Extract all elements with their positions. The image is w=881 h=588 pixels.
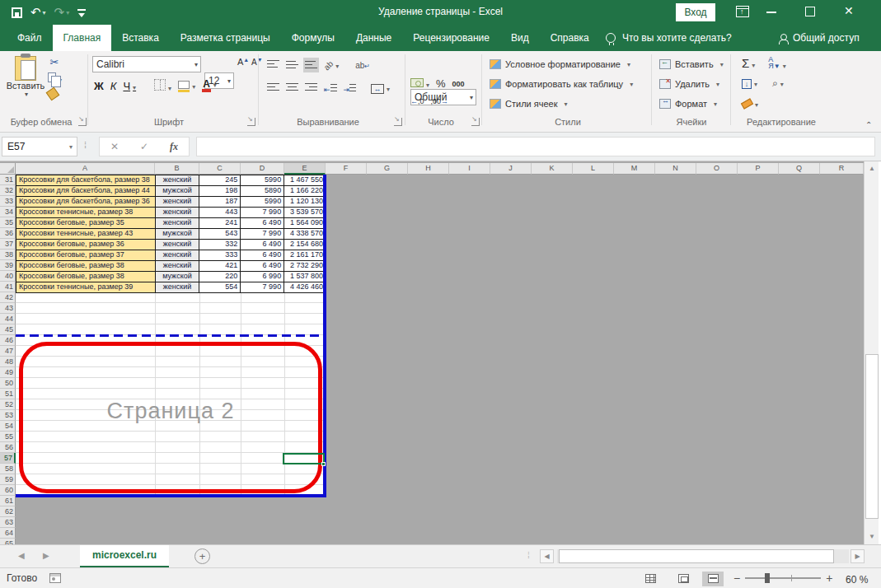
cell-name[interactable]: Кроссовки беговые, размер 38 (16, 272, 156, 282)
column-header-P[interactable]: P (738, 163, 779, 175)
cell-total[interactable]: 1 120 130 (284, 197, 326, 208)
column-header-B[interactable]: B (155, 163, 199, 175)
cell-gender[interactable]: женский (156, 197, 200, 208)
cell-price[interactable]: 6 490 (241, 218, 284, 229)
column-header-M[interactable]: M (614, 163, 655, 175)
column-header-H[interactable]: H (408, 163, 449, 175)
cell-qty[interactable]: 332 (199, 240, 241, 250)
column-header-F[interactable]: F (326, 163, 367, 175)
zoom-in-icon[interactable]: + (826, 572, 832, 585)
row-header-43[interactable]: 43 (0, 303, 16, 314)
borders-icon[interactable] (154, 79, 171, 92)
grow-font-icon[interactable]: A▲ (237, 57, 249, 67)
undo-icon[interactable]: ↶▾ (30, 5, 46, 20)
sheet-nav-prev-icon[interactable]: ◀ (18, 551, 25, 560)
tab-Формулы[interactable]: Формулы (281, 25, 345, 51)
cell-qty[interactable]: 554 (199, 282, 241, 293)
cell-gender[interactable]: женский (156, 175, 200, 186)
macro-record-icon[interactable] (49, 573, 61, 583)
cell-price[interactable]: 5990 (241, 175, 284, 186)
cell-gender[interactable]: женский (156, 261, 200, 272)
cell-name[interactable]: Кроссовки теннисные, размер 38 (16, 208, 156, 218)
row-header-52[interactable]: 52 (0, 399, 16, 410)
column-header-G[interactable]: G (367, 163, 408, 175)
cell-total[interactable]: 1 166 220 (284, 186, 326, 197)
row-header-42[interactable]: 42 (0, 292, 16, 303)
cell-qty[interactable]: 421 (199, 261, 241, 272)
select-all-corner[interactable] (0, 163, 16, 175)
column-header-J[interactable]: J (490, 163, 532, 175)
styles-item-2[interactable]: Стили ячеек (490, 94, 633, 114)
row-header-44[interactable]: 44 (0, 314, 16, 324)
cell-gender[interactable]: женский (156, 240, 200, 250)
save-icon[interactable] (12, 7, 22, 18)
cell-price[interactable]: 6 490 (241, 261, 284, 272)
row-header-61[interactable]: 61 (0, 496, 16, 506)
sign-in-button[interactable]: Вход (676, 3, 715, 21)
cell-qty[interactable]: 198 (199, 186, 241, 197)
cell-name[interactable]: Кроссовки для баскетбола, размер 38 (16, 175, 156, 186)
copy-icon[interactable] (48, 72, 84, 84)
accounting-format-icon[interactable] (410, 78, 429, 89)
print-area-border-bottom[interactable] (16, 494, 326, 497)
tab-Главная[interactable]: Главная (53, 25, 112, 51)
tab-Справка[interactable]: Справка (540, 25, 600, 51)
view-page-layout-icon[interactable] (672, 572, 694, 586)
underline-button[interactable]: Ч (123, 80, 136, 92)
tab-Вставка[interactable]: Вставка (111, 25, 170, 51)
row-header-59[interactable]: 59 (0, 474, 16, 485)
cell-qty[interactable]: 245 (199, 175, 241, 186)
styles-item-1[interactable]: Форматировать как таблицу (490, 74, 633, 94)
cell-gender[interactable]: женский (156, 218, 200, 229)
scroll-up-icon[interactable]: ▲ (865, 162, 879, 175)
horizontal-scroll-thumb[interactable] (559, 549, 834, 563)
row-header-37[interactable]: 37 (0, 239, 16, 250)
column-header-K[interactable]: K (532, 163, 573, 175)
cell-qty[interactable]: 333 (199, 250, 241, 261)
column-header-E[interactable]: E (284, 163, 326, 175)
tab-Разметка страницы[interactable]: Разметка страницы (170, 25, 281, 51)
font-name-select[interactable]: Calibri (92, 56, 201, 72)
cancel-icon[interactable]: ✕ (110, 141, 119, 152)
row-header-53[interactable]: 53 (0, 410, 16, 421)
row-header-58[interactable]: 58 (0, 464, 16, 474)
align-top-icon[interactable] (265, 58, 281, 72)
increase-indent-icon[interactable]: ⇥ (342, 81, 358, 96)
column-header-I[interactable]: I (449, 163, 490, 175)
zoom-slider[interactable] (745, 577, 821, 579)
cell-name[interactable]: Кроссовки беговые, размер 37 (16, 250, 156, 261)
row-header-64[interactable]: 64 (0, 528, 16, 539)
cell-price[interactable]: 5890 (241, 186, 284, 197)
column-header-D[interactable]: D (241, 163, 284, 175)
row-header-45[interactable]: 45 (0, 324, 16, 335)
row-header-40[interactable]: 40 (0, 271, 16, 282)
cells-item-1[interactable]: Удалить (659, 74, 724, 94)
decrease-indent-icon[interactable]: ⇤ (322, 81, 339, 96)
row-header-62[interactable]: 62 (0, 506, 16, 517)
row-header-31[interactable]: 31 (0, 175, 16, 185)
row-header-33[interactable]: 33 (0, 196, 16, 207)
view-normal-icon[interactable] (640, 572, 661, 586)
cell-total[interactable]: 1 467 550 (284, 175, 326, 186)
column-header-Q[interactable]: Q (779, 163, 820, 175)
number-dialog-launcher[interactable] (471, 118, 480, 126)
column-header-N[interactable]: N (655, 163, 696, 175)
font-color-icon[interactable]: А (202, 79, 217, 92)
cell-gender[interactable]: мужской (156, 186, 200, 197)
row-header-34[interactable]: 34 (0, 207, 16, 217)
cell-gender[interactable]: женский (156, 282, 200, 293)
align-right-icon[interactable] (303, 81, 319, 96)
tab-file[interactable]: Файл (7, 25, 53, 51)
column-header-O[interactable]: O (696, 163, 738, 175)
cell-gender[interactable]: женский (156, 250, 200, 261)
paste-button[interactable]: Вставить ▾ (5, 54, 46, 115)
selected-cell-E57[interactable] (283, 453, 325, 464)
vertical-scroll-thumb[interactable] (865, 354, 879, 519)
customize-qat-icon[interactable] (77, 9, 86, 16)
tab-Данные[interactable]: Данные (345, 25, 402, 51)
row-header-36[interactable]: 36 (0, 228, 16, 239)
cell-qty[interactable]: 220 (199, 272, 241, 282)
row-header-60[interactable]: 60 (0, 485, 16, 496)
align-center-icon[interactable] (284, 81, 300, 96)
font-dialog-launcher[interactable] (247, 118, 255, 126)
